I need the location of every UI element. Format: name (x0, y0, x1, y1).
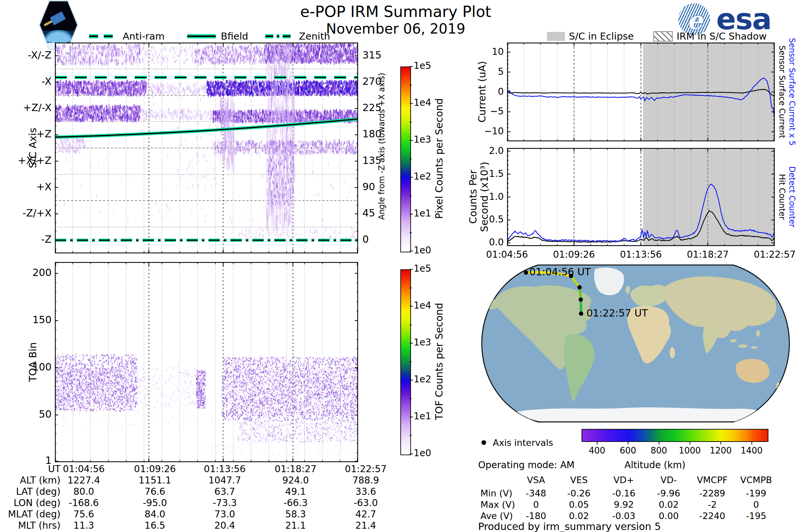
legend-eclipse: S/C in Eclipse (547, 31, 634, 42)
tick-mark (410, 103, 413, 104)
world-map (478, 264, 793, 423)
sc-axis-spectrogram (55, 42, 358, 253)
madagascar (670, 347, 675, 358)
ephemeris-value: 33.6 (316, 486, 416, 497)
tick-mark (721, 441, 721, 444)
tick-label: 150 (0, 315, 52, 325)
tick-label: 1e2 (414, 375, 431, 384)
ephemeris-value: 788.9 (316, 475, 416, 486)
tick-mark (410, 343, 413, 343)
tick-label: 1e2 (414, 172, 431, 181)
tick-mark (410, 140, 413, 141)
tick-label: -Z (0, 234, 52, 244)
axis-interval-dot (524, 270, 528, 274)
hit-counter-right-label: Hit Counter (777, 174, 787, 220)
esa-logo-text: esa (716, 6, 771, 32)
tick-label: −5 (404, 107, 504, 116)
voltage-value: -199 (706, 488, 798, 498)
tick-label: 1400 (702, 446, 798, 455)
philippines (756, 330, 760, 337)
ephemeris-value: -63.0 (316, 497, 416, 508)
axis-interval-dot-icon (481, 440, 486, 445)
tick-label: 135 (362, 156, 381, 166)
tick-label: 1e5 (414, 264, 431, 273)
tick-label: 1e4 (414, 98, 431, 108)
tick-label: 200 (0, 268, 52, 278)
tick-label: 1e1 (414, 209, 431, 218)
indochina-islands (730, 339, 737, 342)
tick-mark (410, 232, 412, 233)
antarctica (515, 407, 765, 421)
tick-mark (410, 361, 412, 362)
tick-mark (410, 380, 413, 380)
tick-mark (410, 214, 413, 214)
tick-mark (659, 441, 659, 444)
tick-mark (410, 177, 413, 177)
track-start-label: 01:04:56 UT (529, 266, 591, 278)
tick-mark (410, 454, 413, 454)
tick-mark (410, 435, 412, 436)
tick-label: 10 (404, 47, 504, 57)
tick-label: +Z (0, 129, 52, 139)
tick-mark (410, 324, 412, 325)
tof-colorbar (400, 269, 411, 455)
operating-mode: Operating mode: AM (478, 459, 574, 471)
legend-bfield-label: Bfield (221, 31, 248, 42)
tick-mark (410, 398, 412, 399)
tick-mark (690, 441, 690, 444)
tick-label: -X (0, 76, 52, 87)
ephemeris-value: 01:22:57 (316, 463, 416, 474)
tick-label: 1.0 (404, 192, 504, 202)
sensor-current-right-label: Sensor Surface Current (777, 45, 787, 138)
tick-mark (597, 441, 597, 444)
earth-icon (43, 30, 74, 43)
tick-mark (410, 417, 413, 417)
toa-spectrogram (55, 262, 358, 462)
sensor-current-x5-right-label: Sensor Surface Current x 5 (787, 38, 797, 146)
tick-mark (628, 441, 628, 444)
legend-zenith-label: Zenith (299, 31, 330, 42)
tick-label: 315 (362, 50, 381, 60)
ephemeris-value: 42.7 (316, 509, 416, 520)
zenith-line-icon (264, 33, 295, 39)
tick-label: 50 (0, 409, 52, 419)
tick-label: 1e4 (414, 301, 431, 310)
legend-zenith: Zenith (264, 31, 330, 42)
tick-label: 1e3 (414, 135, 431, 144)
ephemeris-value: 21.4 (316, 520, 416, 531)
tick-label: 45 (362, 208, 375, 218)
tick-mark (752, 441, 752, 444)
tick-mark (410, 195, 412, 196)
legend-bfield: Bfield (186, 31, 248, 42)
shadow-hatch-swatch-icon (653, 31, 673, 41)
altitude-colorbar (582, 429, 768, 442)
tick-label: +X/+Z (0, 156, 52, 166)
tick-label: 0 (362, 234, 369, 244)
tick-mark (410, 66, 413, 67)
tick-mark (410, 85, 412, 86)
alaska (483, 299, 498, 309)
tick-label: 1e3 (414, 338, 431, 347)
legend-eclipse-label: S/C in Eclipse (569, 31, 634, 42)
anti-ram-line-icon (88, 33, 119, 39)
tick-label: 1e0 (414, 246, 431, 255)
axis-interval-dot (579, 311, 583, 316)
legend-shadow: IRM in S/C Shadow (653, 31, 767, 42)
detect-counter-right-label: Detect Counter (787, 166, 797, 227)
tick-label: 100 (0, 362, 52, 372)
tof-colorbar-title: TOF Counts per Second (433, 303, 445, 420)
legend-anti-ram-label: Anti-ram (123, 31, 165, 42)
bfield-line-icon (186, 33, 217, 39)
current-plot (507, 42, 775, 141)
tick-mark (410, 251, 413, 251)
tick-mark (410, 122, 412, 122)
axis-interval-dot (578, 298, 583, 302)
legend-anti-ram: Anti-ram (88, 31, 165, 42)
tick-label: 2.0 (404, 146, 504, 156)
tick-label: -X/-Z (0, 50, 52, 60)
tick-label: 1e1 (414, 412, 431, 421)
epop-irm-summary-page: CASSIOPE e-POP IRM Summary Plot November… (0, 0, 798, 532)
angle-axis-title: Angle from -Z axis (towards +X axis) (377, 73, 386, 220)
tick-label: 90 (362, 182, 375, 192)
axis-interval-dot (577, 285, 582, 290)
